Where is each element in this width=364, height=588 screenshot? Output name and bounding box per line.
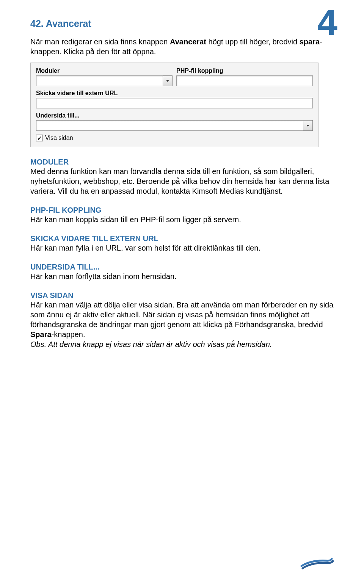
intro-paragraph: När man redigerar en sida finns knappen … (30, 37, 334, 56)
section-title-php: PHP-FIL KOPPLING (30, 206, 334, 215)
visa-checkbox-label: Visa sidan (45, 135, 73, 141)
page-number: 4 (317, 5, 337, 41)
intro-bold-avancerat: Avancerat (170, 38, 206, 46)
undersida-label: Undersida till... (36, 112, 313, 119)
url-label: Skicka vidare till extern URL (36, 90, 313, 97)
section-body-url: Här kan man fylla i en URL, var som hels… (30, 243, 334, 253)
section-body-undersida: Här kan man förflytta sidan inom hemsida… (30, 271, 334, 281)
moduler-input[interactable] (36, 75, 163, 86)
form-group-php: PHP-fil koppling (176, 67, 313, 86)
form-panel: Moduler PHP-fil koppling Skicka vidare t… (30, 63, 318, 147)
form-row-top: Moduler PHP-fil koppling (36, 67, 313, 86)
moduler-dropdown-button[interactable] (163, 75, 173, 86)
chevron-down-icon (166, 80, 169, 82)
section-body-moduler: Med denna funktion kan man förvandla den… (30, 166, 334, 196)
check-icon: ✓ (37, 135, 42, 141)
php-input[interactable] (176, 75, 313, 86)
logo (300, 553, 334, 573)
visa-note: Obs. Att denna knapp ej visas när sidan … (30, 340, 272, 348)
section-title-visa: VISA SIDAN (30, 291, 334, 300)
form-group-url: Skicka vidare till extern URL (36, 90, 313, 108)
moduler-label: Moduler (36, 67, 173, 74)
visa-checkbox-row: ✓ Visa sidan (36, 135, 313, 141)
moduler-combo (36, 75, 173, 86)
form-group-undersida: Undersida till... (36, 112, 313, 131)
visa-body-post: -knappen. (52, 330, 85, 339)
section-body-php: Här kan man koppla sidan till en PHP-fil… (30, 215, 334, 224)
undersida-input[interactable] (36, 120, 303, 131)
logo-swoosh-icon (300, 553, 334, 571)
visa-checkbox[interactable]: ✓ (36, 135, 43, 141)
undersida-combo (36, 120, 313, 131)
url-input[interactable] (36, 98, 313, 108)
undersida-dropdown-button[interactable] (303, 120, 313, 131)
section-title-undersida: UNDERSIDA TILL... (30, 263, 334, 271)
intro-bold-spara: spara (300, 38, 320, 46)
section-title-moduler: MODULER (30, 158, 334, 166)
chevron-down-icon (306, 125, 309, 127)
visa-body-bold: Spara (30, 330, 52, 339)
visa-body-pre: Här kan man välja att dölja eller visa s… (30, 301, 333, 329)
content-section: MODULER Med denna funktion kan man förva… (30, 158, 334, 349)
intro-text-pre: När man redigerar en sida finns knappen (30, 38, 170, 46)
form-group-moduler: Moduler (36, 67, 173, 86)
intro-text-mid: högt upp till höger, bredvid (206, 38, 300, 46)
section-body-visa: Här kan man välja att dölja eller visa s… (30, 300, 334, 349)
section-title-url: SKICKA VIDARE TILL EXTERN URL (30, 234, 334, 243)
php-label: PHP-fil koppling (176, 67, 313, 74)
page-heading: 42. Avancerat (30, 18, 334, 29)
